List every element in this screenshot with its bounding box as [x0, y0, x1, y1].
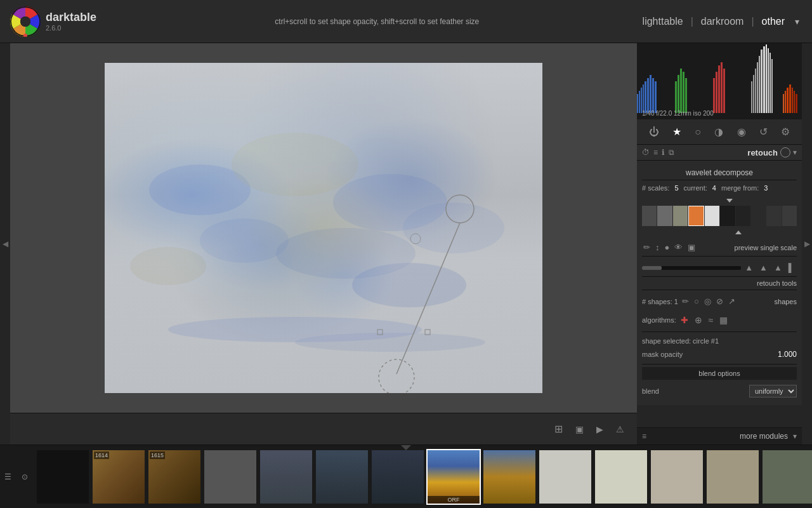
logo-text: darktable 2.6.0 [46, 11, 96, 32]
grid-view-icon[interactable]: ⊞ [552, 420, 565, 438]
shape-overlay [105, 63, 542, 393]
scale-btn-4-active[interactable] [688, 206, 704, 226]
film-thumb-img-12 [651, 450, 703, 504]
svg-rect-56 [796, 94, 797, 113]
film-thumb-6[interactable] [315, 449, 369, 505]
shape-circle-outline-icon[interactable]: ○ [693, 295, 700, 307]
svg-rect-26 [650, 75, 652, 113]
scale-btn-10[interactable] [782, 206, 797, 226]
filmstrip-icon[interactable]: ▣ [573, 422, 586, 437]
film-thumb-11[interactable] [594, 449, 648, 505]
blend-options-bar[interactable]: blend options [642, 367, 797, 380]
film-thumb-3[interactable]: 1615 [147, 449, 202, 505]
nav-darkroom[interactable]: darkroom [701, 16, 744, 27]
film-thumb-8-active[interactable]: ORF [426, 449, 481, 505]
module-expand-arrow[interactable]: ▾ [793, 148, 797, 157]
svg-rect-37 [721, 62, 723, 113]
play-icon[interactable]: ▶ [594, 422, 606, 437]
gear-icon[interactable]: ⚙ [778, 123, 792, 140]
scale-btn-2[interactable] [657, 206, 672, 226]
module-copy-icon[interactable]: ⧉ [669, 148, 674, 157]
svg-rect-51 [785, 91, 786, 113]
filmstrip-icons: ☰ [4, 472, 11, 481]
scale-btn-5[interactable] [705, 206, 719, 226]
nav-lighttable[interactable]: lighttable [643, 16, 683, 27]
alg-smear-icon[interactable]: ≈ [707, 314, 716, 326]
scale-top-arrows [642, 196, 797, 204]
module-blend-circle[interactable] [780, 147, 790, 157]
film-thumb-img-5 [260, 450, 312, 504]
shape-slash-icon[interactable]: ⊘ [715, 295, 724, 307]
preview-edit-icon[interactable]: ✏ [642, 241, 652, 253]
film-thumb-1[interactable] [36, 449, 90, 505]
power-icon[interactable]: ⏻ [646, 124, 662, 140]
module-clock-icon[interactable]: ⏱ [642, 148, 650, 157]
app-logo[interactable] [10, 6, 41, 37]
film-thumb-4[interactable] [203, 449, 258, 505]
film-thumb-7[interactable] [370, 449, 425, 505]
scale-btn-3[interactable] [673, 206, 688, 226]
logo-area: darktable 2.6.0 [10, 6, 112, 37]
blend-select[interactable]: uniformly [749, 385, 797, 398]
film-thumb-14[interactable] [761, 449, 812, 505]
halfcircle-icon[interactable]: ◑ [712, 123, 726, 140]
mask-opacity-value[interactable]: 1.000 [778, 350, 797, 359]
alg-icons: ✚ ⊕ ≈ ▦ [679, 314, 730, 326]
scale-btn-9[interactable] [766, 206, 781, 226]
histogram-svg [637, 43, 802, 119]
svg-rect-45 [763, 46, 765, 113]
module-info-icon[interactable]: ℹ [662, 148, 665, 157]
module-controls: ⏱ ≡ ℹ ⧉ [642, 148, 674, 157]
film-thumb-img-3: 1615 [148, 450, 200, 504]
shape-arrow-icon[interactable]: ↗ [727, 295, 737, 307]
svg-rect-25 [647, 78, 649, 113]
image-viewport[interactable] [10, 43, 637, 413]
preview-eye-icon[interactable]: 👁 [673, 241, 684, 253]
circle-icon[interactable]: ○ [692, 124, 704, 140]
module-list-icon[interactable]: ≡ [653, 148, 658, 157]
svg-point-12 [295, 333, 485, 352]
film-thumb-5[interactable] [259, 449, 313, 505]
divider-2 [642, 331, 797, 332]
preview-circle-icon[interactable]: ● [664, 241, 671, 253]
preview-cursor-icon[interactable]: ↕ [654, 241, 661, 253]
svg-rect-46 [766, 44, 767, 113]
blend-row: blend uniformly [642, 382, 797, 400]
more-modules-bar[interactable]: ≡ more modules ▾ [637, 427, 802, 444]
rt-slider-1[interactable] [642, 266, 741, 270]
nav-other[interactable]: other [762, 16, 785, 27]
right-panel-toggle[interactable]: ▶ [802, 43, 812, 444]
scale-btn-6[interactable] [720, 206, 735, 226]
svg-point-14 [410, 234, 421, 244]
svg-rect-31 [680, 69, 682, 113]
star-icon[interactable]: ★ [670, 123, 684, 140]
scale-btn-1[interactable] [642, 206, 657, 226]
svg-rect-23 [643, 84, 644, 113]
film-thumb-label-3: 1615 [150, 451, 165, 459]
merge-value: 3 [764, 184, 768, 192]
preview-screen-icon[interactable]: ▣ [686, 241, 697, 253]
film-thumb-2[interactable]: 1614 [91, 449, 146, 505]
shape-circle-filled-icon[interactable]: ◎ [703, 295, 712, 307]
refresh-icon[interactable]: ↺ [757, 123, 770, 140]
shape-pencil-icon[interactable]: ✏ [681, 295, 690, 307]
alg-fill-icon[interactable]: ▦ [717, 314, 730, 326]
film-thumb-13[interactable] [705, 449, 760, 505]
scale-buttons[interactable] [642, 206, 797, 226]
film-thumb-img-10 [539, 450, 591, 504]
left-panel-toggle[interactable]: ◀ [0, 43, 10, 444]
svg-rect-43 [759, 56, 760, 113]
merge-label: merge from: [721, 184, 759, 192]
blend-label: blend [642, 387, 659, 395]
scale-btn-7[interactable] [736, 206, 750, 226]
film-thumb-10[interactable] [538, 449, 593, 505]
color-circle-icon[interactable]: ◉ [735, 123, 749, 140]
svg-point-10 [352, 263, 466, 307]
alg-clone-icon[interactable]: ⊕ [693, 314, 704, 326]
rt-barchart-icon[interactable]: ▌ [786, 262, 797, 274]
scale-btn-8[interactable] [751, 206, 766, 226]
film-thumb-9[interactable] [482, 449, 537, 505]
alg-heal-icon[interactable]: ✚ [679, 314, 690, 326]
film-thumb-12[interactable] [650, 449, 704, 505]
nav-dropdown-button[interactable]: ▾ [792, 15, 802, 28]
